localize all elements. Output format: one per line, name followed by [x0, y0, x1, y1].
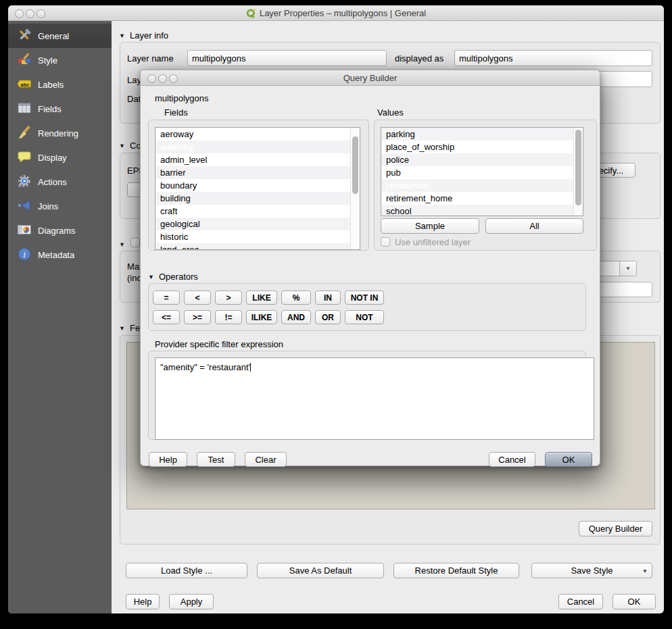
- filter-expression-textarea[interactable]: "amenity" = 'restaurant': [155, 357, 594, 440]
- operator-button--[interactable]: >: [215, 291, 242, 305]
- diagram-icon: [17, 222, 32, 239]
- field-item-craft[interactable]: craft: [155, 205, 351, 218]
- chevron-down-icon: ▼: [619, 261, 636, 276]
- operator-button--[interactable]: =: [153, 291, 180, 305]
- fields-scrollbar[interactable]: [350, 128, 360, 249]
- operator-button-and[interactable]: AND: [281, 310, 311, 324]
- qb-ok-button[interactable]: OK: [545, 452, 592, 467]
- operator-button--[interactable]: >=: [184, 310, 211, 324]
- field-item-building[interactable]: building: [155, 192, 351, 205]
- value-item-place-of-worship[interactable]: place_of_worship: [381, 141, 574, 153]
- operator-button-ilike[interactable]: ILIKE: [246, 310, 277, 324]
- qb-help-button[interactable]: Help: [149, 452, 187, 467]
- sidebar-item-label: Diagrams: [38, 226, 76, 236]
- value-item-parking[interactable]: parking: [381, 128, 574, 141]
- sidebar-item-label: Fields: [38, 104, 62, 114]
- sidebar-item-label: Rendering: [38, 128, 78, 139]
- visibility-disclosure-icon[interactable]: ▼: [119, 240, 125, 249]
- load-style-button[interactable]: Load Style ...: [126, 563, 247, 578]
- field-item-land-area[interactable]: land_area: [155, 243, 351, 249]
- dialog-zoom-button[interactable]: [169, 74, 178, 83]
- fields-scrollbar-thumb[interactable]: [352, 136, 358, 194]
- visibility-checkbox[interactable]: [130, 238, 140, 247]
- operator-button-in[interactable]: IN: [315, 291, 341, 305]
- help-button[interactable]: Help: [126, 594, 160, 609]
- text-caret: [250, 363, 251, 372]
- layer-info-disclosure-icon[interactable]: ▼: [119, 31, 125, 41]
- field-item-historic[interactable]: historic: [155, 230, 351, 243]
- values-scrollbar-thumb[interactable]: [575, 130, 581, 205]
- sidebar-item-actions[interactable]: Actions: [8, 170, 112, 194]
- filter-expression-label: Provider specific filter expression: [155, 339, 283, 349]
- value-item-school[interactable]: school: [381, 205, 574, 216]
- value-item-pub[interactable]: pub: [381, 166, 574, 179]
- values-scrollbar[interactable]: [573, 128, 583, 216]
- svg-text:i: i: [23, 249, 26, 259]
- operator-button--[interactable]: %: [281, 291, 311, 305]
- sidebar-item-label: Actions: [38, 177, 67, 187]
- window-zoom-button[interactable]: [37, 9, 45, 18]
- field-item-amenity[interactable]: amenity: [155, 141, 351, 153]
- layer-name-input[interactable]: [187, 50, 387, 66]
- sidebar-item-fields[interactable]: Fields: [8, 97, 112, 121]
- save-as-default-button[interactable]: Save As Default: [257, 563, 384, 578]
- sidebar-item-label: Style: [38, 55, 57, 66]
- sidebar-item-metadata[interactable]: i Metadata: [8, 243, 112, 267]
- operator-button-or[interactable]: OR: [315, 310, 341, 324]
- feature-subset-disclosure-icon[interactable]: ▼: [119, 324, 125, 333]
- dialog-close-button[interactable]: [147, 74, 156, 83]
- all-button[interactable]: All: [485, 218, 583, 234]
- sample-button[interactable]: Sample: [381, 218, 479, 234]
- query-builder-button[interactable]: Query Builder: [579, 521, 652, 536]
- operator-button--[interactable]: <: [184, 291, 211, 305]
- field-item-admin-level[interactable]: admin_level: [155, 153, 351, 166]
- sidebar-item-joins[interactable]: Joins: [8, 194, 112, 218]
- field-item-geological[interactable]: geological: [155, 218, 351, 230]
- window-close-button[interactable]: [15, 9, 24, 18]
- sidebar-item-label: General: [38, 31, 69, 41]
- data-label-clipped: Dat: [127, 94, 141, 104]
- operator-button--[interactable]: !=: [215, 310, 242, 324]
- operator-button--[interactable]: <=: [153, 310, 180, 324]
- value-item-retirement-home[interactable]: retirement_home: [381, 192, 574, 205]
- paintbrush-colors-icon: [17, 52, 32, 69]
- window-title: Layer Properties – multipolygons | Gener…: [260, 8, 426, 18]
- values-list[interactable]: parkingplace_of_worshippolicepubrestaura…: [381, 127, 583, 216]
- qb-clear-button[interactable]: Clear: [245, 452, 287, 467]
- value-item-police[interactable]: police: [381, 153, 574, 166]
- save-style-dropdown-button[interactable]: Save Style▼: [531, 563, 652, 578]
- window-titlebar: Layer Properties – multipolygons | Gener…: [8, 5, 664, 21]
- sidebar-item-rendering[interactable]: Rendering: [8, 121, 112, 145]
- operators-header: Operators: [159, 272, 198, 282]
- field-item-barrier[interactable]: barrier: [155, 166, 351, 179]
- cancel-button[interactable]: Cancel: [558, 594, 603, 609]
- restore-default-style-button[interactable]: Restore Default Style: [393, 563, 519, 578]
- inclusive-label-clipped: (inc: [127, 273, 141, 283]
- sidebar-item-style[interactable]: Style: [8, 48, 112, 72]
- table-icon: [17, 101, 32, 118]
- operator-button-not-in[interactable]: NOT IN: [345, 291, 384, 305]
- displayed-as-input[interactable]: [454, 50, 652, 66]
- sidebar-item-labels[interactable]: abc Labels: [8, 72, 112, 97]
- field-item-boundary[interactable]: boundary: [155, 179, 351, 192]
- sidebar-item-diagrams[interactable]: Diagrams: [8, 218, 112, 243]
- field-item-aeroway[interactable]: aeroway: [155, 128, 351, 141]
- operators-disclosure-icon[interactable]: ▼: [148, 272, 154, 282]
- gear-play-icon: [17, 174, 32, 191]
- value-item-restaurant[interactable]: restaurant: [381, 179, 574, 192]
- use-unfiltered-checkbox[interactable]: [381, 237, 390, 247]
- ok-button[interactable]: OK: [613, 594, 656, 609]
- qb-cancel-button[interactable]: Cancel: [489, 452, 535, 467]
- operator-button-not[interactable]: NOT: [345, 310, 384, 324]
- crs-disclosure-icon[interactable]: ▼: [119, 141, 125, 151]
- fields-label: Fields: [164, 107, 188, 118]
- sidebar-item-general[interactable]: General: [8, 24, 112, 48]
- dialog-minimize-button[interactable]: [158, 74, 167, 83]
- fields-list[interactable]: aerowayamenityadmin_levelbarrierboundary…: [155, 127, 360, 250]
- sidebar-item-display[interactable]: Display: [8, 145, 112, 170]
- svg-text:abc: abc: [21, 81, 30, 87]
- apply-button[interactable]: Apply: [169, 594, 214, 609]
- window-minimize-button[interactable]: [26, 9, 34, 18]
- operator-button-like[interactable]: LIKE: [246, 291, 277, 305]
- qb-test-button[interactable]: Test: [197, 452, 235, 467]
